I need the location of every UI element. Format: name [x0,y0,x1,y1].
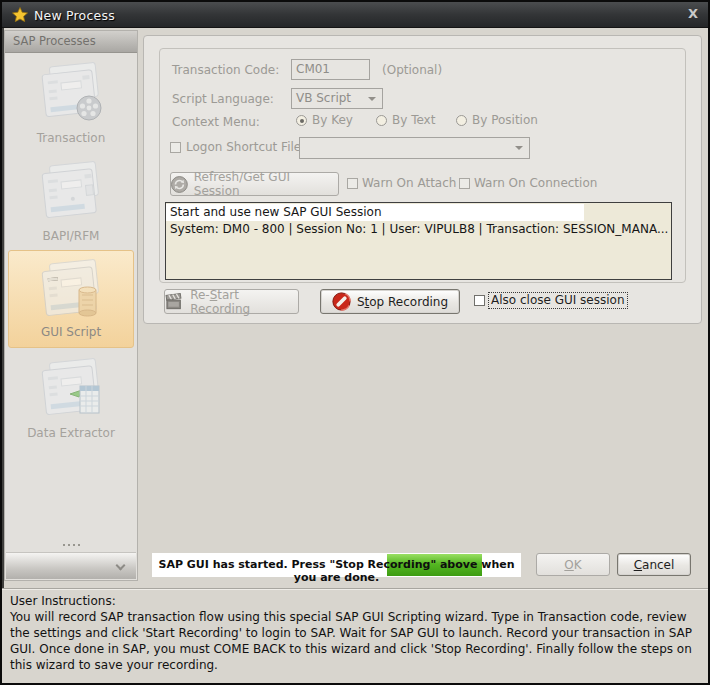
sidebar-item-label: Transaction [5,131,137,145]
sidebar-item-transaction[interactable]: Transaction [5,61,137,145]
warn-on-connection-label: Warn On Connection [474,176,597,190]
radio-dot [456,115,467,126]
user-instructions: User Instructions: You will record SAP t… [2,588,708,683]
sidebar-splitter-handle[interactable] [5,544,137,546]
transaction-icon [32,61,110,129]
transaction-code-input[interactable]: CM01 [291,59,370,80]
ok-button[interactable]: OK [536,553,610,576]
radio-dot [296,115,307,126]
radio-label: By Key [312,113,353,127]
sidebar-item-bapi-rfm[interactable]: BAPI/RFM [5,159,137,243]
refresh-button-label: Refresh/Get GUI Session [194,170,338,198]
user-instructions-body: You will record SAP transaction flow usi… [10,609,700,673]
radio-by-position[interactable]: By Position [456,113,538,127]
session-listbox[interactable]: Start and use new SAP GUI Session System… [165,202,672,280]
ok-button-label: OK [564,558,581,572]
star-icon [12,7,28,23]
status-message: SAP GUI has started. Press "Stop Recordi… [152,558,521,584]
sidebar-collapse-button[interactable] [6,552,136,579]
also-close-gui-session-checkbox[interactable] [474,295,485,306]
cancel-button-label: Cancel [634,558,675,572]
sidebar-item-label: Data Extractor [5,426,137,440]
stop-recording-icon [332,292,351,311]
warn-on-connection-checkbox[interactable] [459,178,470,189]
radio-label: By Position [472,113,538,127]
script-language-label: Script Language: [172,92,274,106]
warn-on-attach-label: Warn On Attach [362,176,456,190]
also-close-gui-session-label[interactable]: Also close GUI session [488,292,628,309]
sidebar-item-label: GUI Script [41,325,101,339]
script-language-dropdown[interactable]: VB Script [291,88,383,109]
sidebar: SAP Processes [4,30,138,581]
optional-label: (Optional) [382,63,442,77]
restart-recording-button[interactable]: Re-Start Recording [164,289,299,314]
radio-label: By Text [392,113,435,127]
restart-button-label: Re-Start Recording [190,288,298,316]
refresh-icon [171,176,188,193]
refresh-get-gui-session-button[interactable]: Refresh/Get GUI Session [170,172,339,196]
sidebar-item-label: BAPI/RFM [5,229,137,243]
logon-shortcut-label: Logon Shortcut File: [186,140,305,154]
warn-on-attach-checkbox[interactable] [347,178,358,189]
radio-by-key[interactable]: By Key [296,113,353,127]
new-process-window: New Process X SAP Processes [0,0,710,685]
session-list-item[interactable]: System: DM0 - 800 | Session No: 1 | User… [166,221,671,238]
session-list-item[interactable]: Start and use new SAP GUI Session [166,204,584,221]
chevron-down-icon [368,97,376,101]
close-icon[interactable]: X [688,6,698,21]
sidebar-item-data-extractor[interactable]: Data Extractor [5,356,137,440]
context-menu-label: Context Menu: [172,115,260,129]
transaction-code-label: Transaction Code: [172,63,279,77]
window-title: New Process [34,8,115,23]
logon-shortcut-dropdown[interactable] [299,137,530,159]
sidebar-item-gui-script[interactable]: GUI Script [8,250,134,348]
user-instructions-title: User Instructions: [10,593,700,609]
chevron-down-icon [116,561,126,571]
stop-button-label: Stop Recording [357,295,448,309]
logon-shortcut-checkbox[interactable] [170,142,181,153]
script-language-value: VB Script [296,91,351,105]
bapi-rfm-icon [32,159,110,227]
stop-recording-button[interactable]: Stop Recording [320,289,460,314]
gui-script-icon [32,257,110,325]
clapperboard-icon [165,292,184,311]
title-bar: New Process X [2,2,708,28]
data-extractor-icon [32,356,110,424]
chevron-down-icon [515,146,523,150]
radio-by-text[interactable]: By Text [376,113,435,127]
status-bar: SAP GUI has started. Press "Stop Recordi… [152,553,521,577]
window-body: New Process X SAP Processes [2,2,708,683]
cancel-button[interactable]: Cancel [617,553,691,576]
radio-dot [376,115,387,126]
sidebar-header: SAP Processes [5,31,137,53]
